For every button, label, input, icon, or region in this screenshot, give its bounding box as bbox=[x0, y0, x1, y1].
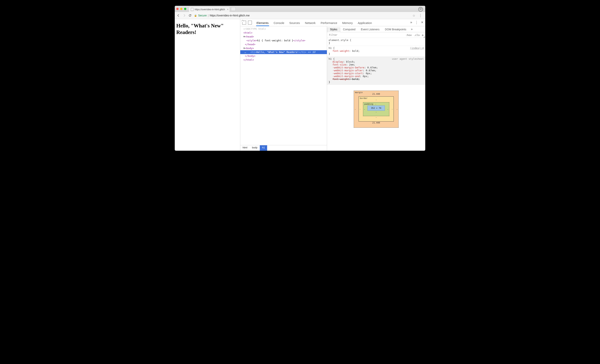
styles-rules: element.style { } h1 { (index):4 font-we… bbox=[327, 38, 425, 151]
crumb-h1[interactable]: h1 bbox=[260, 145, 267, 151]
dom-tree[interactable]: <!DOCTYPE html> <html> ▼<head> <style>h1… bbox=[240, 26, 327, 145]
devtools-tab-memory[interactable]: Memory bbox=[342, 21, 353, 26]
disclosure-triangle-icon[interactable]: ▼ bbox=[243, 35, 245, 38]
browser-tab[interactable]: https://overrides-in-html.glitch × bbox=[189, 7, 230, 12]
disclosure-triangle-icon[interactable]: ▼ bbox=[243, 47, 245, 50]
rule-source-link[interactable]: (index):4 bbox=[410, 46, 424, 49]
lock-icon: 🔒 bbox=[194, 14, 197, 17]
box-model-margin[interactable]: margin 21.440 - - border - - - bbox=[354, 91, 399, 128]
secure-label: Secure bbox=[198, 14, 207, 17]
dom-body-close: </body> bbox=[245, 55, 255, 57]
tab-strip: https://overrides-in-html.glitch × bbox=[175, 6, 425, 12]
hov-toggle[interactable]: :hov bbox=[406, 34, 412, 36]
box-model-padding[interactable]: padding - - - 352 × 74 - bbox=[363, 102, 390, 116]
reload-button[interactable] bbox=[188, 14, 192, 17]
dom-column: <!DOCTYPE html> <html> ▼<head> <style>h1… bbox=[240, 26, 327, 151]
page-icon bbox=[191, 8, 194, 11]
subtab-computed[interactable]: Computed bbox=[340, 28, 358, 32]
address-bar: 🔒 Secure | https://overrides-in-html.gli… bbox=[175, 12, 425, 19]
styles-column: Styles Computed Event Listeners DOM Brea… bbox=[327, 26, 425, 151]
profile-icon[interactable] bbox=[418, 7, 423, 12]
devtools-menu-icon[interactable]: ⋮ bbox=[415, 20, 418, 25]
devtools-body: <!DOCTYPE html> <html> ▼<head> <style>h1… bbox=[240, 26, 425, 151]
devtools-tab-application[interactable]: Application bbox=[357, 21, 372, 26]
dom-html-open: <html> bbox=[243, 31, 253, 34]
ellipsis-icon: … bbox=[243, 50, 247, 54]
rule-h1-ua[interactable]: h1 { user agent stylesheet display: bloc… bbox=[327, 57, 425, 85]
styles-subtabs: Styles Computed Event Listeners DOM Brea… bbox=[327, 26, 425, 32]
crumb-html[interactable]: html bbox=[240, 145, 250, 151]
styles-filter-bar: :hov .cls + bbox=[327, 32, 425, 38]
cls-toggle[interactable]: .cls bbox=[414, 34, 420, 36]
rule-source-label: user agent stylesheet bbox=[392, 57, 424, 60]
subtab-event-listeners[interactable]: Event Listeners bbox=[358, 28, 382, 32]
forward-button[interactable] bbox=[182, 14, 186, 17]
content-area: Hello, "What's New" Readers! Elements Co… bbox=[175, 19, 425, 151]
dom-doctype: <!DOCTYPE html> bbox=[243, 27, 266, 30]
styles-filter-input[interactable] bbox=[328, 33, 360, 36]
styles-more-subtabs-icon[interactable]: » bbox=[409, 27, 415, 32]
box-model-content[interactable]: 352 × 74 bbox=[367, 106, 385, 111]
devtools-tab-performance[interactable]: Performance bbox=[320, 21, 338, 26]
dom-body-open: <body> bbox=[245, 47, 254, 50]
device-toolbar-icon[interactable] bbox=[248, 21, 252, 25]
bookmark-star-icon[interactable]: ☆ bbox=[412, 14, 415, 17]
rule-element-style[interactable]: element.style { } bbox=[327, 38, 425, 46]
dom-html-close: </html> bbox=[243, 58, 254, 61]
devtools-toolbar-icons bbox=[242, 21, 252, 26]
rendered-page: Hello, "What's New" Readers! bbox=[175, 19, 240, 151]
resize-corner-icon[interactable] bbox=[423, 36, 425, 38]
close-window-button[interactable] bbox=[176, 8, 178, 10]
back-button[interactable] bbox=[177, 14, 180, 17]
maximize-window-button[interactable] bbox=[184, 8, 186, 10]
url-separator: | bbox=[208, 14, 209, 17]
rule-h1-author[interactable]: h1 { (index):4 font-weight: bold; } bbox=[327, 46, 425, 57]
dom-style-open: <style> bbox=[246, 39, 257, 42]
new-tab-button[interactable] bbox=[231, 7, 236, 11]
dom-selected-line[interactable]: … <h1>Hello, "What's New" Readers!</h1> … bbox=[240, 50, 327, 54]
dom-style-close: </style> bbox=[293, 39, 305, 42]
devtools-tabstrip: Elements Console Sources Network Perform… bbox=[240, 19, 425, 26]
subtab-styles[interactable]: Styles bbox=[327, 28, 340, 32]
dom-head-close: </head> bbox=[245, 43, 255, 46]
box-model-diagram: margin 21.440 - - border - - - bbox=[327, 85, 425, 134]
page-h1: Hello, "What's New" Readers! bbox=[176, 23, 240, 36]
devtools-tab-network[interactable]: Network bbox=[305, 21, 316, 26]
crumb-body[interactable]: body bbox=[250, 145, 260, 151]
browser-window: https://overrides-in-html.glitch × 🔒 Sec… bbox=[175, 6, 425, 151]
url-field[interactable]: 🔒 Secure | https://overrides-in-html.gli… bbox=[194, 14, 410, 17]
dom-head-open: <head> bbox=[245, 35, 254, 38]
devtools-more-tabs-icon[interactable]: » bbox=[410, 20, 412, 24]
devtools-close-icon[interactable]: × bbox=[421, 20, 423, 25]
devtools-tab-sources[interactable]: Sources bbox=[289, 21, 300, 26]
devtools-panel: Elements Console Sources Network Perform… bbox=[240, 19, 425, 151]
dom-breadcrumbs: html body h1 bbox=[240, 145, 327, 151]
dom-style-text: h1 { font-weight: bold } bbox=[257, 39, 293, 42]
chrome-menu-icon[interactable]: ⋮ bbox=[418, 13, 423, 18]
devtools-tab-console[interactable]: Console bbox=[273, 21, 285, 26]
minimize-window-button[interactable] bbox=[180, 8, 182, 10]
window-controls bbox=[176, 6, 189, 12]
url-text: https://overrides-in-html.glitch.me bbox=[210, 14, 250, 17]
subtab-dom-breakpoints[interactable]: DOM Breakpoints bbox=[382, 28, 409, 32]
close-tab-icon[interactable]: × bbox=[227, 8, 228, 11]
devtools-tab-elements[interactable]: Elements bbox=[256, 21, 269, 26]
tab-title: https://overrides-in-html.glitch bbox=[195, 8, 225, 11]
box-model-border[interactable]: border - - - padding - - - bbox=[359, 96, 394, 121]
inspect-element-icon[interactable] bbox=[242, 21, 246, 25]
